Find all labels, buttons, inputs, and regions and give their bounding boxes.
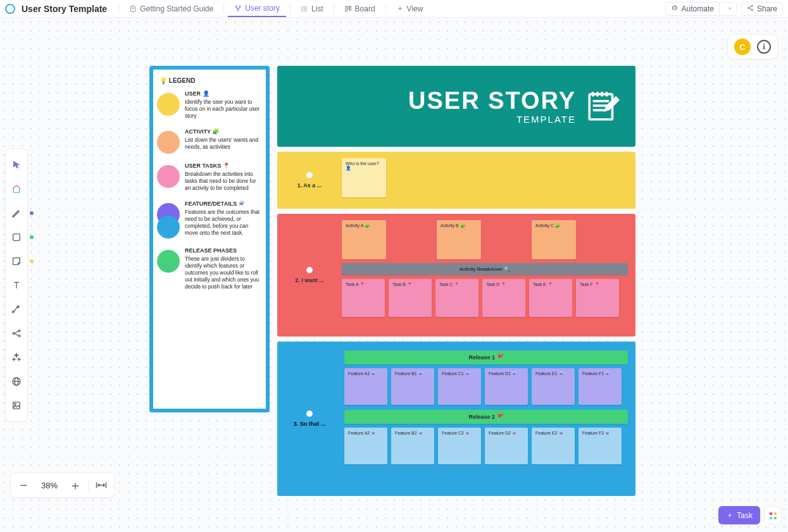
sticky-note[interactable]: Feature C2 ⚗️: [438, 428, 481, 464]
tool-image[interactable]: [6, 393, 27, 418]
fit-width-button[interactable]: [89, 473, 114, 497]
tool-ai[interactable]: [6, 345, 27, 369]
sticky-text: Task B 📍: [392, 282, 413, 287]
sticky-note[interactable]: Feature D1 ⚗️: [485, 368, 528, 405]
sticky-note[interactable]: Feature E1 ⚗️: [532, 368, 575, 405]
topbar-right: Automate Share: [665, 2, 783, 16]
share-button[interactable]: Share: [741, 2, 783, 16]
sticky-note[interactable]: Feature F1 ⚗️: [578, 368, 622, 405]
row-label: 3. So that ...: [280, 344, 339, 493]
release-label: Release 2 🚩: [468, 414, 503, 420]
zoom-out-button[interactable]: −: [11, 473, 36, 497]
sticky-note[interactable]: Feature F2 ⚗️: [578, 428, 622, 464]
sticky-text: Task F 📍: [580, 282, 600, 287]
tab-user-story[interactable]: User story: [228, 0, 286, 17]
row-i-want[interactable]: 2. I want ... Activity A 🧩 Activity B 🧩 …: [277, 214, 635, 337]
sticky-note[interactable]: Activity A 🧩: [342, 220, 386, 259]
breakdown-label: Activity Breakdown 🔍: [460, 266, 510, 272]
sticky-note[interactable]: Task E 📍: [529, 279, 572, 317]
svg-line-22: [749, 6, 751, 7]
sticky-note[interactable]: Feature B2 ⚗️: [391, 428, 434, 464]
tab-getting-started[interactable]: Getting Started Guide: [123, 0, 220, 17]
legend-item-user: USER 👤 Identify the user you want to foc…: [157, 90, 261, 120]
legend-panel[interactable]: 💡 LEGEND USER 👤 Identify the user you wa…: [149, 66, 270, 412]
legend-item-feature: FEATURE/DETAILS ⚗️ Features are the outc…: [157, 201, 261, 238]
tool-shape[interactable]: [6, 225, 27, 249]
apps-icon: [770, 512, 777, 519]
tool-text[interactable]: [6, 273, 27, 297]
legend-swatch: [157, 93, 180, 116]
row-so-that[interactable]: 3. So that ... Release 1 🚩 Feature A1 ⚗️…: [277, 342, 635, 496]
comment-icon[interactable]: [306, 411, 313, 417]
tab-list[interactable]: List: [294, 0, 330, 17]
release-bar[interactable]: Release 2 🚩: [344, 410, 628, 424]
tab-label: View: [407, 4, 423, 13]
sticky-note[interactable]: Activity C 🧩: [532, 220, 576, 259]
share-icon: [747, 4, 754, 13]
hierarchy-icon: [234, 4, 242, 12]
row-as-a[interactable]: 1. As a ... Who is the user? 👤: [277, 152, 635, 209]
release-bar[interactable]: Release 1 🚩: [344, 350, 628, 364]
sticky-note[interactable]: Feature A1 ⚗️: [344, 368, 387, 405]
legend-inner: 💡 LEGEND USER 👤 Identify the user you wa…: [153, 70, 266, 409]
notepad-icon: [585, 87, 622, 125]
tool-pen[interactable]: [6, 201, 27, 225]
legend-heading: ACTIVITY 🧩: [185, 128, 261, 135]
sticky-note[interactable]: Feature A2 ⚗️: [344, 428, 387, 464]
tool-web[interactable]: [6, 369, 27, 393]
task-label: Task: [737, 511, 753, 520]
svg-point-9: [301, 6, 302, 7]
zoom-level[interactable]: 38%: [36, 481, 63, 490]
sticky-note[interactable]: Who is the user? 👤: [342, 158, 386, 197]
sticky-text: Activity C 🧩: [535, 223, 561, 228]
sticky-note[interactable]: Task F 📍: [576, 279, 619, 317]
row-label: 1. As a ...: [280, 154, 339, 206]
svg-line-23: [749, 8, 751, 9]
tool-relation[interactable]: [6, 321, 27, 345]
svg-point-11: [301, 10, 302, 11]
sticky-text: Feature A1 ⚗️: [348, 371, 377, 376]
tool-connector[interactable]: [6, 297, 27, 321]
comment-icon[interactable]: [306, 172, 313, 178]
sticky-text: Task C 📍: [439, 282, 460, 287]
sticky-note[interactable]: Task C 📍: [435, 279, 478, 317]
sticky-note[interactable]: Task D 📍: [482, 279, 525, 317]
automate-button[interactable]: Automate: [665, 2, 737, 16]
tab-board[interactable]: Board: [338, 0, 382, 17]
color-dot: [30, 211, 34, 215]
avatar-panel: C i: [727, 34, 778, 59]
divider: [334, 4, 334, 14]
logo-icon[interactable]: [5, 4, 15, 14]
breakdown-bar[interactable]: Activity Breakdown 🔍: [342, 263, 628, 275]
avatar[interactable]: C: [734, 39, 751, 55]
svg-rect-37: [13, 402, 20, 409]
new-task-button[interactable]: ＋ Task: [718, 506, 760, 524]
svg-point-17: [675, 8, 676, 8]
divider: [290, 4, 291, 14]
sticky-note[interactable]: Task A 📍: [342, 279, 385, 317]
tool-home[interactable]: [6, 177, 27, 201]
sticky-note[interactable]: Task B 📍: [389, 279, 432, 317]
sticky-note[interactable]: Feature E2 ⚗️: [532, 428, 575, 464]
chevron-down-icon: [723, 4, 737, 13]
sticky-note[interactable]: Feature C1 ⚗️: [438, 368, 481, 405]
sticky-text: Feature F2 ⚗️: [582, 431, 611, 435]
sticky-note[interactable]: Activity B 🧩: [437, 220, 481, 259]
zoom-in-button[interactable]: ＋: [63, 473, 88, 497]
tool-sticky[interactable]: [6, 249, 27, 273]
svg-rect-12: [345, 6, 347, 11]
sticky-text: Task E 📍: [533, 282, 553, 287]
sticky-note[interactable]: Feature D2 ⚗️: [485, 428, 528, 464]
legend-desc: Breakdown the activities into tasks that…: [185, 171, 261, 192]
svg-line-33: [15, 333, 19, 336]
sticky-note[interactable]: Feature B1 ⚗️: [391, 368, 434, 405]
tool-cursor[interactable]: [6, 153, 27, 177]
sticky-text: Feature B2 ⚗️: [395, 431, 424, 435]
comment-icon[interactable]: [306, 267, 313, 273]
info-icon[interactable]: i: [757, 40, 771, 54]
title-panel[interactable]: USER STORY TEMPLATE: [277, 66, 635, 147]
legend-item-activity: ACTIVITY 🧩 List down the users' wants an…: [157, 128, 261, 154]
apps-button[interactable]: [764, 507, 782, 524]
tab-label: User story: [245, 4, 280, 13]
tab-add-view[interactable]: ＋ View: [390, 0, 430, 17]
